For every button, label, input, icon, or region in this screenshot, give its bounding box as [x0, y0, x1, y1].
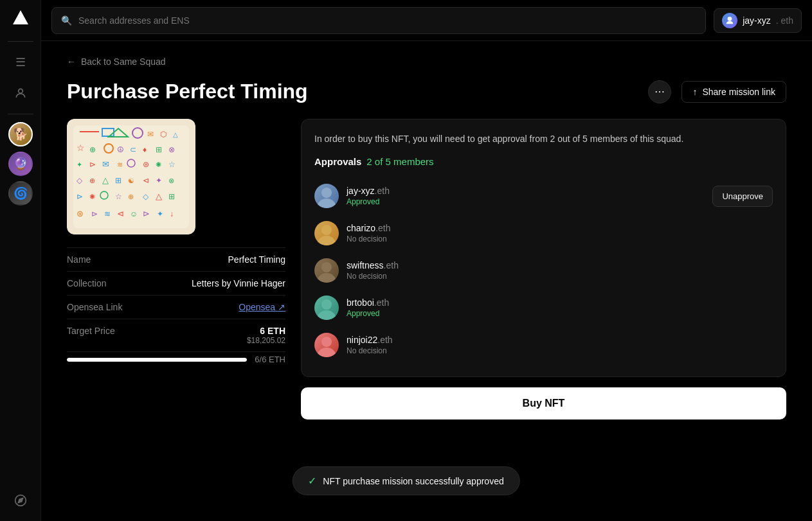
more-options-button[interactable]: ⋯ [648, 80, 671, 103]
svg-text:⊗: ⊗ [168, 145, 175, 154]
collection-row: Collection Letters by Vinnie Hager [67, 272, 285, 296]
svg-text:☮: ☮ [117, 145, 124, 154]
content: ← Back to Same Squad Purchase Perfect Ti… [41, 41, 812, 521]
page-title: Purchase Perfect Timing [67, 80, 638, 103]
user-name: jay-xyz [743, 15, 771, 26]
svg-text:⊛: ⊛ [77, 209, 84, 218]
target-price-label: Target Price [67, 326, 115, 336]
svg-text:☆: ☆ [77, 143, 85, 153]
svg-text:☆: ☆ [168, 160, 176, 169]
squad-avatar-doge[interactable]: 🐕 [8, 122, 33, 146]
menu-icon[interactable]: ☰ [8, 49, 33, 75]
member-name-charizo: charizo.eth [347, 223, 773, 233]
share-mission-button[interactable]: ↑ Share mission link [681, 81, 786, 103]
opensea-link[interactable]: Opensea ↗ [239, 302, 285, 312]
approvals-header: Approvals 2 of 5 members [314, 156, 773, 167]
svg-marker-3 [18, 498, 23, 502]
opensea-row: Opensea Link Opensea ↗ [67, 296, 285, 319]
app-logo[interactable] [10, 8, 31, 28]
svg-point-58 [321, 337, 332, 347]
member-row-swiftness: swiftness.eth No decision [314, 252, 773, 289]
toast-message: NFT purchase mission successfully approv… [323, 476, 503, 486]
collection-value: Letters by Vinnie Hager [192, 278, 285, 288]
member-row-jay-xyz: jay-xyz.eth Approved Unapprove [314, 177, 773, 215]
nft-section: ✉ ⬡ △ ☆ ⊕ ☮ ⊂ ♦ ⊞ ⊗ ✦ ⊳ [67, 119, 285, 419]
member-row-charizo: charizo.eth No decision [314, 215, 773, 252]
back-arrow-icon: ← [67, 57, 76, 67]
sidebar-divider-top [8, 41, 33, 42]
share-icon: ↑ [692, 87, 697, 97]
svg-text:☺: ☺ [130, 209, 138, 218]
member-status-brtoboi: Approved [347, 309, 773, 318]
member-name-swiftness: swiftness.eth [347, 260, 773, 270]
svg-text:≋: ≋ [117, 161, 123, 168]
sidebar-divider-mid [8, 114, 33, 114]
svg-text:✉: ✉ [102, 159, 109, 169]
main-area: 🔍 jay-xyz . eth ← Back to Same Squad Pur… [41, 0, 812, 521]
svg-text:⊕: ⊕ [89, 177, 95, 184]
back-link-label: Back to Same Squad [81, 57, 166, 67]
unapprove-button-jay-xyz[interactable]: Unapprove [712, 186, 773, 207]
svg-point-56 [321, 262, 332, 272]
name-label: Name [67, 254, 91, 265]
back-link[interactable]: ← Back to Same Squad [67, 57, 786, 67]
member-info-swiftness: swiftness.eth No decision [347, 260, 773, 281]
svg-text:⊂: ⊂ [130, 145, 136, 154]
squad-avatar-purple[interactable]: 🔮 [8, 152, 33, 176]
user-ens: . eth [776, 15, 793, 26]
compass-icon[interactable] [8, 488, 33, 513]
collection-label: Collection [67, 278, 106, 288]
svg-point-57 [321, 299, 332, 310]
svg-text:⊞: ⊞ [115, 176, 122, 185]
svg-text:⊳: ⊳ [89, 160, 96, 169]
svg-text:⊳: ⊳ [91, 209, 98, 218]
external-link-icon: ↗ [278, 302, 285, 312]
contacts-icon[interactable] [8, 80, 33, 106]
price-row: Target Price 6 ETH $18,205.02 [67, 319, 285, 352]
svg-text:⊕: ⊕ [128, 193, 134, 200]
right-panel: In order to buy this NFT, you will need … [301, 119, 786, 419]
svg-text:✦: ✦ [157, 209, 163, 218]
user-badge-avatar [722, 13, 737, 28]
svg-text:≋: ≋ [104, 209, 111, 218]
member-info-charizo: charizo.eth No decision [347, 223, 773, 243]
svg-text:⊲: ⊲ [117, 209, 124, 218]
svg-text:◇: ◇ [143, 192, 149, 201]
sidebar-bottom [8, 488, 33, 513]
toast-notification: ✓ NFT purchase mission successfully appr… [292, 466, 519, 495]
member-avatar-swiftness [314, 258, 339, 283]
svg-text:☆: ☆ [115, 192, 122, 201]
svg-text:△: △ [173, 131, 178, 138]
sidebar: ☰ 🐕 🔮 🌀 [0, 0, 41, 521]
svg-text:△: △ [156, 191, 162, 201]
search-input[interactable] [78, 15, 696, 26]
buy-nft-button[interactable]: Buy NFT [301, 387, 786, 419]
approvals-count: 2 of 5 members [366, 156, 433, 167]
svg-point-55 [321, 225, 332, 235]
search-icon: 🔍 [61, 15, 72, 26]
member-name-ninjoi22: ninjoi22.eth [347, 335, 773, 345]
member-status-ninjoi22: No decision [347, 346, 773, 355]
approvals-card: In order to buy this NFT, you will need … [301, 119, 786, 377]
member-info-ninjoi22: ninjoi22.eth No decision [347, 335, 773, 355]
svg-text:⊕: ⊕ [89, 145, 96, 154]
member-avatar-charizo [314, 221, 339, 245]
svg-point-1 [18, 89, 23, 93]
member-avatar-brtoboi [314, 296, 339, 320]
member-info-jay-xyz: jay-xyz.eth Approved [347, 186, 705, 206]
price-usd: $18,205.02 [247, 336, 285, 345]
toast-check-icon: ✓ [308, 475, 316, 487]
search-bar[interactable]: 🔍 [51, 7, 706, 34]
svg-text:⊛: ⊛ [143, 160, 149, 169]
member-avatar-ninjoi22 [314, 333, 339, 357]
svg-text:✺: ✺ [156, 161, 161, 168]
member-row-brtoboi: brtoboi.eth Approved [314, 289, 773, 326]
member-name-jay-xyz: jay-xyz.eth [347, 186, 705, 196]
svg-point-4 [728, 17, 732, 21]
member-avatar-jay-xyz [314, 184, 339, 208]
progress-label: 6/6 ETH [255, 355, 285, 364]
squad-avatar-dark[interactable]: 🌀 [8, 181, 33, 206]
user-badge[interactable]: jay-xyz . eth [714, 8, 802, 33]
svg-text:⊞: ⊞ [156, 145, 162, 154]
svg-text:☯: ☯ [128, 177, 134, 184]
